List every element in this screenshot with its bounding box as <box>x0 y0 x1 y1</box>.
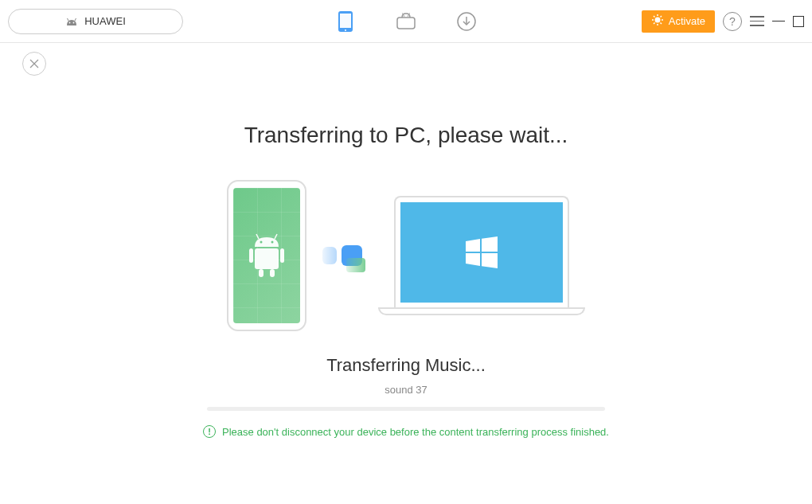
transfer-status: Transferring Music... <box>0 355 812 376</box>
svg-point-6 <box>345 29 346 31</box>
transfer-illustration <box>0 180 812 331</box>
minimize-icon[interactable] <box>772 21 785 22</box>
progress-bar <box>207 407 605 411</box>
toolbar-center-icons <box>334 10 478 33</box>
android-manager-icon[interactable] <box>395 10 417 33</box>
phone-device-graphic <box>227 180 306 331</box>
incoming-data-animation <box>346 258 365 272</box>
svg-line-25 <box>256 234 259 239</box>
svg-line-22 <box>660 16 662 18</box>
svg-line-21 <box>654 23 655 25</box>
svg-rect-7 <box>397 18 415 29</box>
help-icon[interactable]: ? <box>723 12 742 31</box>
warning-text: Please don't disconnect your device befo… <box>222 426 609 438</box>
activate-label: Activate <box>669 15 705 27</box>
android-icon <box>65 18 78 25</box>
svg-point-2 <box>69 21 71 23</box>
toolbar: HUAWEI <box>0 0 812 43</box>
toolbar-right: Activate ? <box>642 10 804 33</box>
close-button[interactable] <box>22 52 46 76</box>
svg-line-19 <box>654 16 655 18</box>
page-title: Transferring to PC, please wait... <box>0 123 812 148</box>
windows-icon <box>463 233 501 272</box>
menu-icon[interactable] <box>750 16 764 26</box>
svg-line-26 <box>275 234 277 239</box>
svg-rect-33 <box>270 269 275 277</box>
main-content: Transferring to PC, please wait... <box>0 43 812 438</box>
svg-point-10 <box>404 15 405 17</box>
activate-button[interactable]: Activate <box>642 10 715 33</box>
svg-point-14 <box>654 18 660 23</box>
current-file-name: sound 37 <box>0 384 812 396</box>
svg-rect-29 <box>255 248 279 269</box>
svg-rect-32 <box>259 269 264 277</box>
svg-rect-5 <box>340 14 351 28</box>
svg-rect-30 <box>249 248 253 263</box>
sun-icon <box>651 14 664 29</box>
svg-point-3 <box>73 21 75 23</box>
svg-line-1 <box>75 18 76 21</box>
svg-point-28 <box>271 241 274 244</box>
warning-icon: ! <box>203 425 216 438</box>
android-robot-icon <box>247 232 287 279</box>
svg-rect-31 <box>280 248 284 263</box>
svg-line-0 <box>68 18 69 21</box>
device-selector[interactable]: HUAWEI <box>8 9 183 34</box>
phone-tab-icon[interactable] <box>334 10 357 33</box>
svg-point-27 <box>260 241 263 244</box>
device-name: HUAWEI <box>84 15 126 27</box>
svg-line-20 <box>660 23 662 25</box>
warning-message: ! Please don't disconnect your device be… <box>0 425 812 438</box>
svg-point-11 <box>408 15 409 17</box>
download-icon[interactable] <box>455 10 478 33</box>
laptop-device-graphic <box>378 196 585 315</box>
maximize-icon[interactable] <box>793 16 804 27</box>
